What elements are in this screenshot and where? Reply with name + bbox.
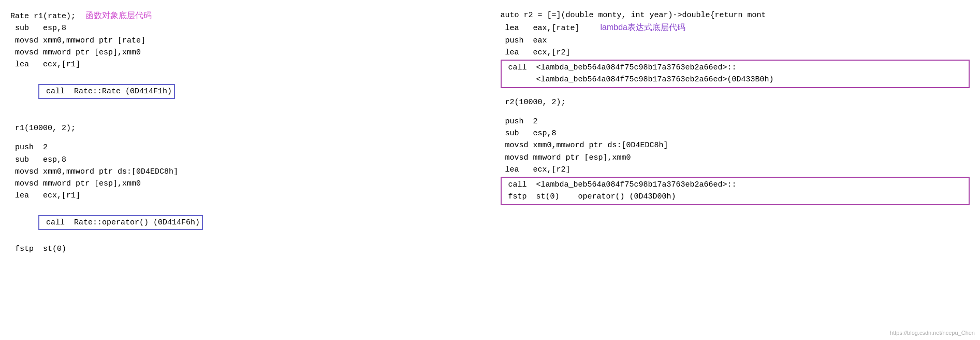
right-spacer2 <box>501 108 970 116</box>
left-fstp: fstp st(0) <box>10 243 480 255</box>
main-container: Rate r1(rate); 函数对象底层代码 sub esp,8 movsd … <box>10 5 970 260</box>
right-auto-line: auto r2 = [=](double monty, int year)->d… <box>501 9 970 21</box>
right-push-eax: push eax <box>501 35 970 47</box>
right-lea-ecx-r2: lea ecx,[r2] <box>501 47 970 59</box>
left-header-line: Rate r1(rate); 函数对象底层代码 <box>10 9 480 22</box>
left-line-1-code: Rate r1(rate); <box>10 10 80 22</box>
right-call-lambda-line1: call <lambda_beb564a084f75c98b17a3763eb2… <box>504 62 967 74</box>
left-line-3: movsd xmm0,mmword ptr [rate] <box>10 35 480 47</box>
right-lambda-label: lambda表达式底层代码 <box>601 21 685 34</box>
left-gap <box>10 112 480 122</box>
right-call-lambda2-line1: call <lambda_beb564a084f75c98b17a3763eb2… <box>504 179 967 191</box>
right-call-lambda-line2: <lambda_beb564a084f75c98b17a3763eb2a66ed… <box>504 74 967 86</box>
left-line-5: lea ecx,[r1] <box>10 59 480 70</box>
left-push2: push 2 <box>10 141 480 153</box>
right-column: auto r2 = [=](double monty, int year)->d… <box>501 5 970 260</box>
right-call-lambda-box: call <lambda_beb564a084f75c98b17a3763eb2… <box>501 60 970 88</box>
left-movsd-ds: movsd xmm0,mmword ptr ds:[0D4EDC8h] <box>10 166 480 178</box>
right-call-lambda2-line2: fstp st(0) operator() (0D43D00h) <box>504 191 967 203</box>
left-sub-esp2: sub esp,8 <box>10 154 480 166</box>
right-spacer1 <box>501 89 970 96</box>
right-lea-with-label: lea eax,[rate] lambda表达式底层代码 <box>501 21 970 34</box>
right-movsd-mmword: movsd mmword ptr [esp],xmm0 <box>501 152 970 164</box>
left-line-4: movsd mmword ptr [esp],xmm0 <box>10 47 480 59</box>
watermark: https://blog.csdn.net/ncepu_Chen <box>890 330 975 336</box>
right-movsd-xmm0: movsd xmm0,mmword ptr ds:[0D4EDC8h] <box>501 139 970 151</box>
left-movsd-mmw2: movsd mmword ptr [esp],xmm0 <box>10 178 480 190</box>
right-r2-call: r2(10000, 2); <box>501 96 970 108</box>
left-call-operator-box: call Rate::operator() (0D414F6h) <box>38 215 203 230</box>
left-column: Rate r1(rate); 函数对象底层代码 sub esp,8 movsd … <box>10 5 480 260</box>
left-label-chinese: 函数对象底层代码 <box>85 9 152 22</box>
right-call-lambda-box-2: call <lambda_beb564a084f75c98b17a3763eb2… <box>501 177 970 205</box>
left-call-box: call Rate::Rate (0D414F1h) <box>38 84 175 99</box>
right-lea-eax: lea eax,[rate] <box>501 22 580 34</box>
left-line-2: sub esp,8 <box>10 22 480 34</box>
right-lea-ecx-r2-2: lea ecx,[r2] <box>501 164 970 176</box>
left-lea-r1: lea ecx,[r1] <box>10 190 480 202</box>
right-sub-esp: sub esp,8 <box>501 128 970 139</box>
left-line-6-box: call Rate::Rate (0D414F1h) <box>10 70 480 112</box>
left-spacer <box>10 134 480 141</box>
left-call-op-box: call Rate::operator() (0D414F6h) <box>10 202 480 244</box>
right-push2: push 2 <box>501 116 970 128</box>
left-r1-call: r1(10000, 2); <box>10 122 480 134</box>
